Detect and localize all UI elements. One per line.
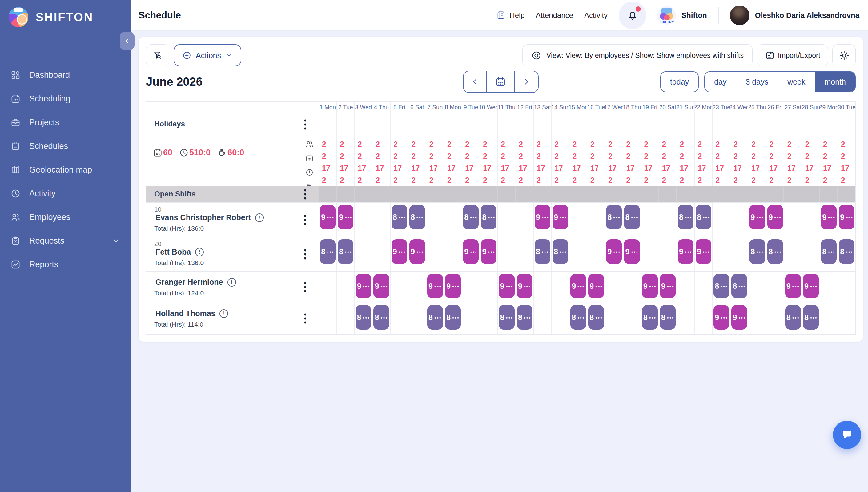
shift-chip[interactable]: 8••• <box>839 239 854 264</box>
shift-chip[interactable]: 8••• <box>320 239 335 264</box>
shift-chip[interactable]: 8••• <box>713 274 729 298</box>
prev-period-button[interactable] <box>464 71 487 92</box>
open-shift-cell[interactable] <box>802 186 820 202</box>
row-menu-button[interactable] <box>302 247 309 262</box>
actions-button[interactable]: Actions <box>173 44 241 67</box>
shift-chip[interactable]: 8••• <box>821 239 837 264</box>
shift-chip[interactable]: 9••• <box>767 205 783 229</box>
open-shift-cell[interactable] <box>569 186 587 202</box>
shift-chip[interactable]: 9••• <box>731 305 747 330</box>
import-export-button[interactable]: Import/Export <box>757 44 828 67</box>
open-shift-cell[interactable] <box>444 186 462 202</box>
shift-chip[interactable]: 9••• <box>678 239 694 264</box>
next-period-button[interactable] <box>515 71 538 92</box>
open-shift-cell[interactable] <box>551 186 569 202</box>
open-shift-cell[interactable] <box>623 186 641 202</box>
open-shift-cell[interactable] <box>712 186 730 202</box>
view-mode-3-days[interactable]: 3 days <box>736 72 778 92</box>
open-shift-cell[interactable] <box>766 186 784 202</box>
info-icon[interactable]: ! <box>228 278 236 287</box>
shift-chip[interactable]: 9••• <box>839 205 854 229</box>
sidebar-item-dashboard[interactable]: Dashboard <box>0 63 132 87</box>
shift-chip[interactable]: 8••• <box>499 305 514 330</box>
shift-chip[interactable]: 8••• <box>373 305 389 330</box>
row-menu-button[interactable] <box>302 117 309 132</box>
shift-chip[interactable]: 8••• <box>660 305 676 330</box>
sidebar-item-projects[interactable]: Projects <box>0 111 132 134</box>
sidebar-item-scheduling[interactable]: Scheduling <box>0 87 132 111</box>
shift-chip[interactable]: 9••• <box>553 205 568 229</box>
shift-chip[interactable]: 9••• <box>517 274 533 298</box>
attendance-link[interactable]: Attendance <box>536 11 573 20</box>
view-mode-month[interactable]: month <box>815 72 855 92</box>
open-shift-cell[interactable] <box>784 186 801 202</box>
open-shift-cell[interactable] <box>462 186 480 202</box>
notifications-button[interactable] <box>619 2 647 29</box>
open-shift-cell[interactable] <box>730 186 748 202</box>
today-button[interactable]: today <box>660 71 699 92</box>
activity-link[interactable]: Activity <box>584 11 608 20</box>
sidebar-item-activity[interactable]: Activity <box>0 182 132 205</box>
open-shift-cell[interactable] <box>659 186 677 202</box>
open-shift-cell[interactable] <box>408 186 426 202</box>
shift-chip[interactable]: 8••• <box>731 274 747 298</box>
shift-chip[interactable]: 9••• <box>821 205 837 229</box>
sidebar-item-geolocation-map[interactable]: Geolocation map <box>0 158 132 182</box>
shift-chip[interactable]: 9••• <box>785 274 801 298</box>
date-picker-button[interactable] <box>487 71 515 92</box>
open-shift-cell[interactable] <box>605 186 623 202</box>
info-icon[interactable]: ! <box>219 309 228 318</box>
shift-chip[interactable]: 9••• <box>588 274 604 298</box>
shift-chip[interactable]: 8••• <box>463 205 478 229</box>
shift-chip[interactable]: 9••• <box>481 239 496 264</box>
row-menu-button[interactable] <box>302 187 309 202</box>
shift-chip[interactable]: 9••• <box>499 274 514 298</box>
chat-button[interactable] <box>833 421 861 449</box>
view-mode-day[interactable]: day <box>705 72 736 92</box>
shift-chip[interactable]: 8••• <box>624 205 640 229</box>
help-link[interactable]: Help <box>496 10 524 20</box>
shift-chip[interactable]: 8••• <box>535 239 550 264</box>
shift-chip[interactable]: 9••• <box>392 239 407 264</box>
shift-chip[interactable]: 9••• <box>355 274 371 298</box>
open-shift-cell[interactable] <box>390 186 408 202</box>
info-icon[interactable]: ! <box>255 214 264 222</box>
open-shift-cell[interactable] <box>355 186 372 202</box>
org-switcher[interactable]: SHIFTON Shifton <box>657 6 707 25</box>
info-icon[interactable]: ! <box>195 248 204 256</box>
shift-chip[interactable]: 8••• <box>355 305 371 330</box>
open-shift-cell[interactable] <box>748 186 766 202</box>
filter-button[interactable] <box>146 44 169 67</box>
shift-chip[interactable]: 8••• <box>481 205 496 229</box>
open-shift-cell[interactable] <box>641 186 659 202</box>
shift-chip[interactable]: 9••• <box>570 274 586 298</box>
sidebar-item-requests[interactable]: Requests <box>0 229 132 253</box>
shift-chip[interactable]: 9••• <box>338 205 353 229</box>
shift-chip[interactable]: 8••• <box>767 239 783 264</box>
shift-chip[interactable]: 9••• <box>749 205 765 229</box>
shift-chip[interactable]: 8••• <box>803 305 819 330</box>
shift-chip[interactable]: 9••• <box>696 239 711 264</box>
shift-chip[interactable]: 8••• <box>338 239 353 264</box>
shift-chip[interactable]: 8••• <box>588 305 604 330</box>
shift-chip[interactable]: 9••• <box>624 239 640 264</box>
shift-chip[interactable]: 8••• <box>570 305 586 330</box>
view-selector-button[interactable]: View: View: By employees / Show: Show em… <box>522 44 753 67</box>
settings-button[interactable] <box>832 44 856 67</box>
shift-chip[interactable]: 8••• <box>553 239 568 264</box>
row-menu-button[interactable] <box>302 279 309 295</box>
shift-chip[interactable]: 8••• <box>427 305 443 330</box>
shift-chip[interactable]: 9••• <box>803 274 819 298</box>
row-menu-button[interactable] <box>302 311 309 326</box>
open-shift-cell[interactable] <box>498 186 516 202</box>
row-menu-button[interactable] <box>302 212 309 227</box>
shift-chip[interactable]: 9••• <box>660 274 676 298</box>
sidebar-item-reports[interactable]: Reports <box>0 253 132 276</box>
shift-chip[interactable]: 8••• <box>517 305 533 330</box>
shift-chip[interactable]: 9••• <box>606 239 622 264</box>
open-shift-cell[interactable] <box>677 186 695 202</box>
open-shift-cell[interactable] <box>587 186 605 202</box>
shift-chip[interactable]: 8••• <box>749 239 765 264</box>
shift-chip[interactable]: 9••• <box>427 274 443 298</box>
sidebar-collapse-button[interactable] <box>120 32 135 50</box>
